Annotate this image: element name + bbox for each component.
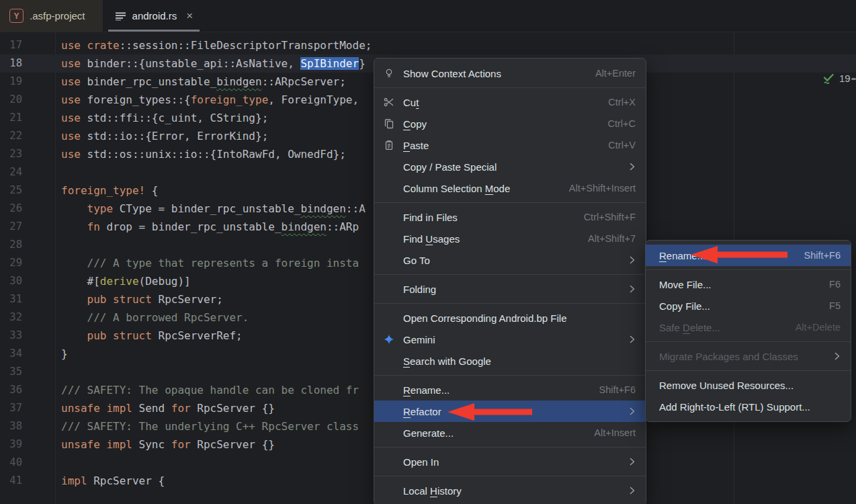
menu-item-cut[interactable]: CutCtrl+X <box>374 91 646 113</box>
line-number[interactable]: 36 <box>0 381 22 399</box>
menu-item-copy-file[interactable]: Copy File...F5 <box>646 295 851 317</box>
inspection-widget[interactable]: 19 <box>821 71 851 85</box>
typo-squiggle-text: bindgen <box>282 220 327 233</box>
line-number[interactable]: 20 <box>0 91 22 109</box>
menu-item-rename[interactable]: Rename...Shift+F6 <box>646 245 851 266</box>
line-number[interactable]: 37 <box>0 399 22 417</box>
menu-item-open-in[interactable]: Open In <box>374 451 646 472</box>
menu-item-search-with-google[interactable]: Search with Google <box>374 350 646 372</box>
line-number[interactable]: 33 <box>0 327 22 345</box>
menu-item-label: Copy <box>403 118 595 130</box>
menu-item-label: Show Context Actions <box>403 68 582 79</box>
menu-item-move-file[interactable]: Move File...F6 <box>646 274 851 295</box>
menu-item-copy-paste-special[interactable]: Copy / Paste Special <box>374 156 646 177</box>
chevron-right-icon <box>629 457 636 466</box>
line-number[interactable]: 32 <box>0 308 22 327</box>
menu-separator <box>646 341 851 342</box>
menu-item-remove-unused-resources[interactable]: Remove Unused Resources... <box>646 374 851 396</box>
line-number[interactable]: 39 <box>0 435 22 454</box>
shortcut-label: Ctrl+V <box>608 140 636 151</box>
line-number[interactable]: 27 <box>0 218 22 236</box>
shortcut-label: Shift+F6 <box>804 250 841 261</box>
line-number[interactable]: 18 <box>0 54 22 73</box>
shortcut-label: F5 <box>829 300 841 311</box>
tab-android-rs[interactable]: android.rs × <box>107 0 202 32</box>
tab-close-icon[interactable]: × <box>186 10 193 22</box>
code-line-17[interactable]: 17use crate::session::FileDescriptorTran… <box>0 36 856 54</box>
line-number[interactable]: 23 <box>0 145 22 163</box>
line-number[interactable]: 28 <box>0 236 22 254</box>
code-text: /// A type that represents a foreign ins… <box>61 254 359 272</box>
menu-item-go-to[interactable]: Go To <box>374 249 646 271</box>
gemini-icon <box>374 334 403 345</box>
chevron-right-icon <box>834 351 841 361</box>
code-text: #[derive(Debug)] <box>61 272 191 290</box>
menu-separator <box>374 87 646 88</box>
code-text: } <box>61 345 68 363</box>
menu-item-rename[interactable]: Rename...Shift+F6 <box>374 379 646 401</box>
menu-separator <box>374 447 646 448</box>
menu-item-paste[interactable]: PasteCtrl+V <box>374 134 646 156</box>
copy-icon <box>374 118 403 129</box>
menu-item-label: Open Corresponding Android.bp File <box>403 312 636 324</box>
menu-item-safe-delete[interactable]: Safe Delete...Alt+Delete <box>646 317 851 338</box>
menu-item-find-in-files[interactable]: Find in FilesCtrl+Shift+F <box>374 206 646 228</box>
menu-item-label: Open In <box>403 456 621 468</box>
menu-item-folding[interactable]: Folding <box>374 278 646 300</box>
line-number[interactable]: 30 <box>0 272 22 290</box>
menu-item-gemini[interactable]: Gemini <box>374 329 646 350</box>
line-number[interactable]: 22 <box>0 127 22 145</box>
code-text: /// A borrowed RpcServer. <box>61 308 249 327</box>
shortcut-label: Alt+Shift+7 <box>588 233 636 244</box>
shortcut-label: Ctrl+C <box>608 118 636 129</box>
line-number[interactable]: 34 <box>0 345 22 363</box>
code-text: foreign_type! { <box>61 181 159 200</box>
line-number[interactable]: 41 <box>0 472 22 490</box>
line-number[interactable]: 17 <box>0 36 22 54</box>
menu-item-label: Generate... <box>403 427 581 439</box>
menu-separator <box>374 274 646 275</box>
menu-item-label: Search with Google <box>403 355 636 367</box>
line-number[interactable]: 21 <box>0 109 22 127</box>
menu-item-show-context-actions[interactable]: Show Context ActionsAlt+Enter <box>374 62 646 84</box>
menu-separator <box>374 375 646 376</box>
menu-item-column-selection-mode[interactable]: Column Selection ModeAlt+Shift+Insert <box>374 177 646 199</box>
code-text: impl RpcServer { <box>61 472 165 490</box>
menu-item-add-right-to-left-rtl-support[interactable]: Add Right-to-Left (RTL) Support... <box>646 396 851 417</box>
menu-item-local-history[interactable]: Local History <box>374 480 646 501</box>
line-number[interactable]: 31 <box>0 290 22 308</box>
tab-project[interactable]: Y .asfp-project <box>0 0 103 32</box>
menu-item-label: Copy File... <box>659 300 816 312</box>
selection-highlight: SpIBinder <box>300 57 359 70</box>
code-text: use crate::session::FileDescriptorTransp… <box>61 36 372 54</box>
line-number[interactable]: 35 <box>0 363 22 381</box>
menu-item-generate[interactable]: Generate...Alt+Insert <box>374 422 646 444</box>
code-text: unsafe impl Send for RpcServer {} <box>61 399 275 417</box>
menu-item-label: Refactor <box>403 406 621 417</box>
menu-item-label: Rename... <box>403 384 586 396</box>
typo-squiggle-text: bindgen <box>300 202 345 215</box>
shortcut-label: Ctrl+Shift+F <box>584 212 636 222</box>
line-number[interactable]: 25 <box>0 181 22 200</box>
menu-item-copy[interactable]: CopyCtrl+C <box>374 113 646 134</box>
code-text: use std::io::{Error, ErrorKind}; <box>61 127 268 145</box>
menu-item-label: Find in Files <box>403 212 570 223</box>
menu-item-open-corresponding-android-bp-file[interactable]: Open Corresponding Android.bp File <box>374 307 646 329</box>
line-number[interactable]: 38 <box>0 417 22 435</box>
editor-tab-label: android.rs <box>132 10 177 22</box>
menu-item-find-usages[interactable]: Find UsagesAlt+Shift+7 <box>374 228 646 249</box>
line-number[interactable]: 26 <box>0 200 22 218</box>
line-number[interactable]: 19 <box>0 73 22 91</box>
shortcut-label: Alt+Shift+Insert <box>569 183 636 194</box>
menu-item-label: Migrate Packages and Classes <box>659 351 826 362</box>
inspections-check-icon <box>821 71 836 85</box>
paste-icon <box>374 140 403 151</box>
line-number[interactable]: 24 <box>0 163 22 181</box>
chevron-right-icon <box>629 335 636 344</box>
code-text: fn drop = binder_rpc_unstable_bindgen::A… <box>61 218 359 236</box>
menu-item-migrate-packages-and-classes[interactable]: Migrate Packages and Classes <box>646 345 851 367</box>
menu-item-refactor[interactable]: Refactor <box>374 401 646 422</box>
line-number[interactable]: 40 <box>0 454 22 472</box>
project-tab-label: .asfp-project <box>30 10 85 22</box>
line-number[interactable]: 29 <box>0 254 22 272</box>
